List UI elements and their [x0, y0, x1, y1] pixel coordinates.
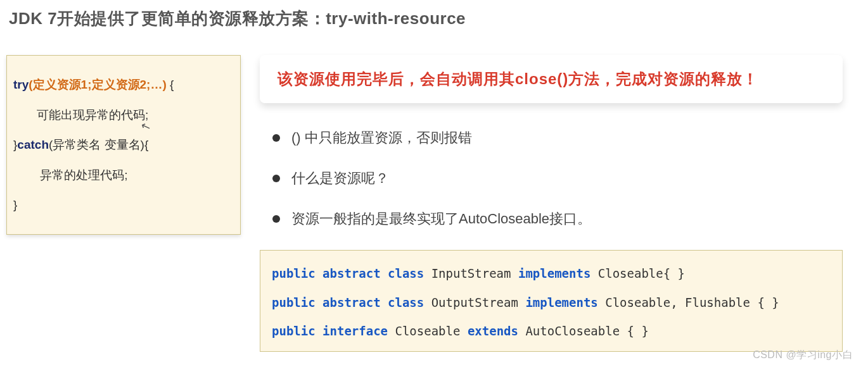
code-line: public interface Closeable extends AutoC…	[272, 317, 831, 346]
page-title: JDK 7开始提供了更简单的资源释放方案：try-with-resource	[6, 8, 862, 30]
catch-params: (异常类名 变量名){	[49, 138, 148, 151]
watermark: CSDN @学习ing小白	[753, 349, 853, 362]
keyword: implements	[525, 295, 597, 309]
try-catch-code-box: try(定义资源1;定义资源2;…) { 可能出现异常的代码; }catch(异…	[6, 55, 241, 235]
bullet-list: () 中只能放置资源，否则报错 什么是资源呢？ 资源一般指的是最终实现了Auto…	[272, 128, 843, 228]
keyword-try: try	[13, 78, 29, 91]
brace: {	[170, 78, 174, 91]
content-row: try(定义资源1;定义资源2;…) { 可能出现异常的代码; }catch(异…	[6, 55, 862, 352]
code-line: }	[13, 190, 234, 220]
keyword: public interface	[272, 324, 388, 338]
right-column: 该资源使用完毕后，会自动调用其close()方法，完成对资源的释放！ () 中只…	[260, 55, 862, 352]
list-item: 什么是资源呢？	[272, 169, 843, 188]
keyword: public abstract class	[272, 266, 424, 280]
code-text: Closeable, Flushable { }	[598, 295, 779, 309]
code-text: OutputStream	[424, 295, 525, 309]
code-line: try(定义资源1;定义资源2;…) {	[13, 70, 234, 100]
interface-code-box: public abstract class InputStream implem…	[260, 250, 843, 352]
code-line: }catch(异常类名 变量名){	[13, 130, 234, 160]
code-line: 可能出现异常的代码;	[13, 100, 234, 130]
code-text: AutoCloseable { }	[518, 324, 649, 338]
code-text: Closeable	[388, 324, 468, 338]
keyword: extends	[468, 324, 518, 338]
code-line: 异常的处理代码;	[13, 160, 234, 190]
code-text: Closeable{ }	[590, 266, 685, 280]
code-line: public abstract class OutputStream imple…	[272, 289, 831, 318]
keyword: implements	[518, 266, 590, 280]
keyword: public abstract class	[272, 295, 424, 309]
code-text: InputStream	[424, 266, 518, 280]
list-item: 资源一般指的是最终实现了AutoCloseable接口。	[272, 209, 843, 228]
list-item: () 中只能放置资源，否则报错	[272, 128, 843, 147]
callout-box: 该资源使用完毕后，会自动调用其close()方法，完成对资源的释放！	[260, 55, 843, 103]
code-line: public abstract class InputStream implem…	[272, 259, 831, 289]
resource-params: (定义资源1;定义资源2;…)	[29, 78, 170, 91]
keyword-catch: catch	[17, 138, 49, 151]
